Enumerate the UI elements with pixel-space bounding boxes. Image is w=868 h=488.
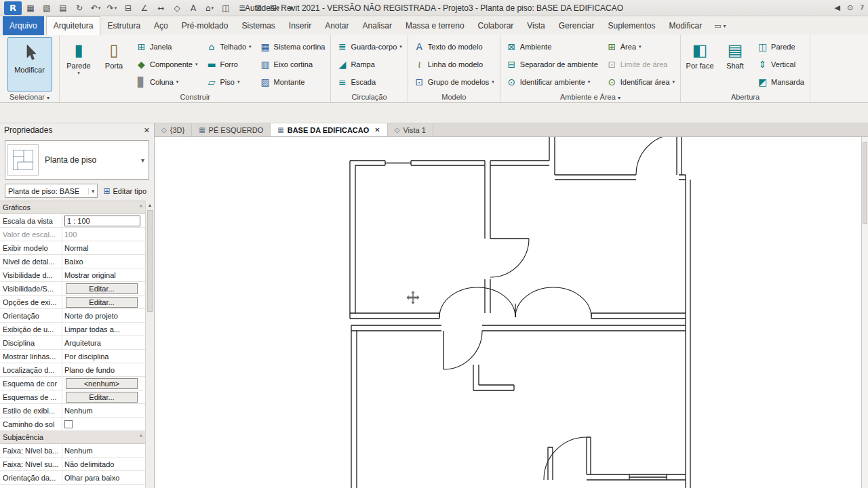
ceiling-button[interactable]: ▬Forro xyxy=(203,56,255,73)
door-button[interactable]: ▯ Porta xyxy=(97,37,131,70)
stair-button[interactable]: ≡Escada xyxy=(333,73,405,91)
tab-suplementos[interactable]: Suplementos xyxy=(601,17,662,35)
view-tab-vista-1[interactable]: ◇Vista 1 xyxy=(388,123,433,136)
room-separator-button[interactable]: ⊟Separador de ambiente xyxy=(502,56,601,73)
property-value[interactable]: Norte do projeto xyxy=(62,309,145,322)
tab-anotar[interactable]: Anotar xyxy=(318,17,355,35)
default-3d-view-icon-button[interactable]: ⌂▾ xyxy=(202,1,217,15)
ribbon-cycle-caret-icon[interactable]: ▾ xyxy=(724,23,726,29)
panel-label-construir[interactable]: Construir xyxy=(60,92,330,102)
property-edit-button[interactable]: Editar... xyxy=(66,283,138,294)
property-value[interactable]: Editar... xyxy=(62,282,145,295)
component-button[interactable]: ◆Componente▾ xyxy=(132,56,201,73)
wall-button[interactable]: ▮ Parede ▾ xyxy=(62,37,96,76)
curtain-grid-button[interactable]: ▥Eixo cortina xyxy=(256,56,329,73)
view-tab-p-esquerdo[interactable]: ▦PÉ ESQUERDO xyxy=(192,123,271,136)
window-button[interactable]: ⊞Janela xyxy=(132,38,201,56)
tab-pr-moldado[interactable]: Pré-moldado xyxy=(175,17,235,35)
tab-massa-e-terreno[interactable]: Massa e terreno xyxy=(399,17,471,35)
property-value[interactable]: Olhar para baixo xyxy=(62,471,145,484)
thin-lines-icon-button[interactable]: ≣ xyxy=(235,1,250,15)
tab-analisar[interactable]: Analisar xyxy=(356,17,399,35)
section-icon-button[interactable]: ◫ xyxy=(218,1,233,15)
tab-arquitetura[interactable]: Arquitetura xyxy=(46,16,101,35)
canvas-scrollbar-thumb[interactable] xyxy=(863,142,867,224)
type-selector-caret-icon[interactable]: ▾ xyxy=(141,157,146,164)
open-icon-button[interactable]: ▧ xyxy=(39,1,54,15)
instance-selector[interactable]: Planta de piso: BASE ▾ xyxy=(5,184,98,198)
ramp-button[interactable]: ◢Rampa xyxy=(333,56,405,73)
tab-vista[interactable]: Vista xyxy=(520,17,551,35)
properties-scrollbar[interactable]: ▲ xyxy=(145,201,154,488)
tab-estrutura[interactable]: Estrutura xyxy=(100,17,147,35)
property-checkbox[interactable] xyxy=(64,420,73,428)
tab-colaborar[interactable]: Colaborar xyxy=(471,17,521,35)
canvas-vertical-scrollbar[interactable] xyxy=(861,137,868,488)
dormer-button[interactable]: ◩Mansarda xyxy=(753,73,808,91)
mullion-button[interactable]: ▨Montante xyxy=(256,73,329,91)
vertical-opening-button[interactable]: ⇕Vertical xyxy=(753,56,808,73)
model-text-button[interactable]: ATexto do modelo xyxy=(410,38,498,56)
property-value[interactable]: Nenhum xyxy=(62,444,145,457)
tab-modificar[interactable]: Modificar xyxy=(663,17,709,35)
panel-label-ambiente-area[interactable]: Ambiente e Área ▾ xyxy=(500,92,680,102)
drawing-canvas[interactable] xyxy=(155,137,868,488)
tag-area-button[interactable]: ⊙Identificar área▾ xyxy=(603,73,678,91)
property-edit-button[interactable]: Editar... xyxy=(66,392,138,403)
property-value[interactable]: Mostrar original xyxy=(62,268,145,281)
scrollbar-thumb[interactable] xyxy=(147,210,153,312)
curtain-system-button[interactable]: ▦Sistema cortina xyxy=(256,38,329,56)
close-view-icon[interactable]: ✕ xyxy=(374,126,380,134)
switch-windows-icon-button[interactable]: ⊞▾ xyxy=(267,1,282,15)
model-group-button[interactable]: ⊡Grupo de modelos▾ xyxy=(410,73,498,91)
collapse-icon[interactable]: ◀ xyxy=(834,3,840,12)
column-button[interactable]: ▊Coluna▾ xyxy=(132,73,201,91)
sync-icon-button[interactable]: ↻ xyxy=(72,1,87,15)
revit-logo-button[interactable]: R xyxy=(4,1,22,15)
close-properties-icon[interactable]: ✕ xyxy=(144,126,150,135)
property-value[interactable]: Plano de fundo xyxy=(62,363,145,376)
undo-icon-button[interactable]: ↶▾ xyxy=(88,1,103,15)
section-header-subjac-ncia[interactable]: Subjacência^ xyxy=(0,431,145,444)
tab-inserir[interactable]: Inserir xyxy=(282,17,318,35)
view-tab-3d[interactable]: ◇{3D} xyxy=(155,123,192,136)
panel-label-abertura[interactable]: Abertura xyxy=(681,92,810,102)
property-value[interactable] xyxy=(62,418,145,430)
modify-button[interactable]: Modificar xyxy=(7,37,52,92)
save-icon-button[interactable]: ▤ xyxy=(56,1,71,15)
property-value[interactable]: Não delimitado xyxy=(62,458,145,470)
panel-label-modelo[interactable]: Modelo xyxy=(408,92,500,102)
tab-arquivo[interactable]: Arquivo xyxy=(3,16,44,35)
print-icon-button[interactable]: ⊟ xyxy=(121,1,136,15)
tag-icon-button[interactable]: ◇ xyxy=(170,1,184,15)
help-icon[interactable]: ? xyxy=(860,3,864,12)
by-face-button[interactable]: ◧ Por face xyxy=(683,37,717,70)
edit-type-button[interactable]: ⊞ Editar tipo xyxy=(100,184,149,198)
property-value[interactable]: Editar... xyxy=(62,296,145,308)
property-edit-button[interactable]: <nenhum> xyxy=(66,378,138,389)
floor-button[interactable]: ▱Piso▾ xyxy=(203,73,255,91)
section-header-gr-ficos[interactable]: Gráficos^ xyxy=(0,201,145,214)
new-file-icon-button[interactable]: ▦ xyxy=(23,1,38,15)
wall-opening-button[interactable]: ◫Parede xyxy=(753,38,808,56)
tag-room-button[interactable]: ⊙Identificar ambiente▾ xyxy=(502,73,601,91)
scroll-up-icon[interactable]: ▲ xyxy=(148,201,153,209)
tab-gerenciar[interactable]: Gerenciar xyxy=(552,17,601,35)
redo-icon-button[interactable]: ↷▾ xyxy=(104,1,119,15)
model-line-button[interactable]: ≀Linha do modelo xyxy=(410,56,498,73)
property-value[interactable]: Normal xyxy=(62,241,145,254)
customize-qat-icon-button[interactable]: ▾ xyxy=(283,1,298,15)
measure-icon-button[interactable]: ∠ xyxy=(137,1,152,15)
area-button[interactable]: ⊞Área▾ xyxy=(603,38,678,56)
aligned-dimension-icon-button[interactable]: ↔ xyxy=(153,1,168,15)
railing-button[interactable]: ≣Guarda-corpo▾ xyxy=(333,38,405,56)
property-input[interactable]: 1 : 100 xyxy=(64,216,140,226)
property-value[interactable]: Por disciplina xyxy=(62,350,145,363)
close-hidden-windows-icon-button[interactable]: ⊠ xyxy=(251,1,266,15)
property-value[interactable]: Limpar todas a... xyxy=(62,323,145,336)
tab-a-o[interactable]: Aço xyxy=(147,17,175,35)
search-icon[interactable]: ⊙ xyxy=(847,3,853,12)
property-value[interactable]: Editar... xyxy=(62,390,145,403)
tab-sistemas[interactable]: Sistemas xyxy=(235,17,281,35)
panel-label-circulacao[interactable]: Circulação xyxy=(331,92,407,102)
